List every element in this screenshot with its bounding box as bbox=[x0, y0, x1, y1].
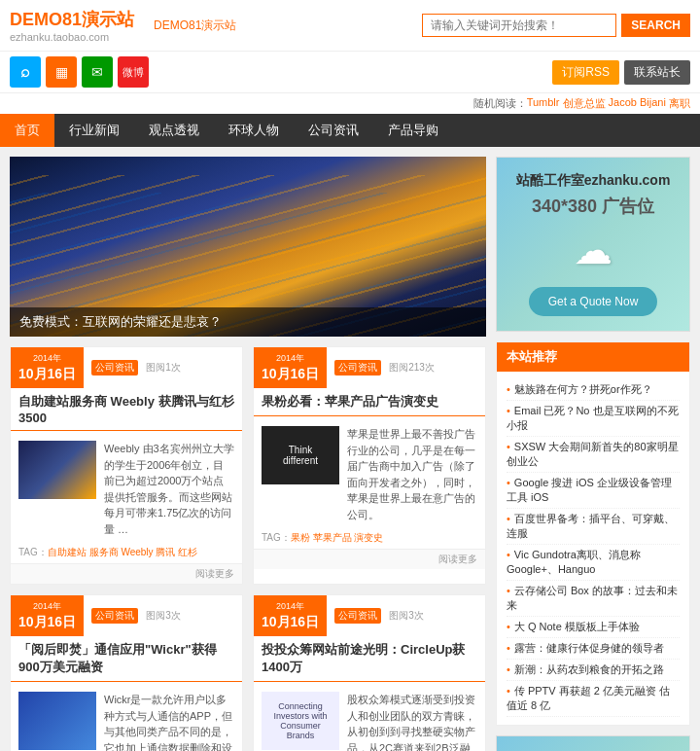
contact-button[interactable]: 联系站长 bbox=[624, 60, 690, 85]
logo-block: DEMO81演示站 ezhanku.taobao.com bbox=[10, 8, 134, 43]
recommend-link-5[interactable]: 百度世界备考：插平台、可穿戴、连服 bbox=[507, 513, 675, 539]
recommend-link-4[interactable]: Google 搜进 iOS 企业级设备管理工具 iOS bbox=[507, 477, 672, 503]
search-input[interactable] bbox=[422, 14, 616, 37]
recommend-item-6: Vic Gundotra离职、消息称Google+、Hanguo bbox=[507, 545, 680, 581]
tag-category-3[interactable]: 公司资讯 bbox=[91, 608, 138, 624]
recommend-link-11[interactable]: 传 PPTV 再获超 2 亿美元融资 估值近 8 亿 bbox=[507, 685, 670, 711]
recommend-link-7[interactable]: 云存储公司 Box 的故事：过去和未来 bbox=[507, 585, 678, 611]
article-meta-2: 2014年 10月16日 公司资讯 图阅213次 bbox=[254, 347, 485, 388]
random-link-1[interactable]: Tumblr bbox=[527, 96, 560, 111]
tag-4[interactable]: 腾讯 bbox=[156, 547, 175, 557]
article-card-3: 2014年 10月16日 公司资讯 图阅3次 「阅后即焚」通信应用"Wickr"… bbox=[10, 594, 243, 751]
social-top-row: ⌕ ▦ ✉ 微博 订阅RSS 联系站长 bbox=[0, 52, 700, 93]
quote-button-1[interactable]: Get a Quote Now bbox=[529, 287, 658, 316]
logo-demo[interactable]: DEMO81演示站 bbox=[154, 18, 236, 34]
recommend-link-1[interactable]: 魅族路在何方？拼死or作死？ bbox=[514, 383, 652, 395]
year-4: 2014年 bbox=[262, 600, 319, 613]
article-meta-3: 2014年 10月16日 公司资讯 图阅3次 bbox=[11, 595, 242, 636]
featured-caption-text: 免费模式：互联网的荣耀还是悲哀？ bbox=[19, 314, 222, 329]
recommend-item-3: SXSW 大会期间新首失的80家明星创业公 bbox=[507, 437, 680, 473]
logo-sub: ezhanku.taobao.com bbox=[10, 31, 134, 43]
recommend-item-4: Google 搜进 iOS 企业级设备管理工具 iOS bbox=[507, 473, 680, 509]
mail-icon[interactable]: ✉ bbox=[82, 56, 113, 88]
recommend-item-9: 露营：健康行体促身健的领导者 bbox=[507, 638, 680, 660]
nav-item-company[interactable]: 公司资讯 bbox=[294, 114, 373, 147]
meta-info-2: 公司资讯 图阅213次 bbox=[327, 347, 442, 388]
article-row-2: 2014年 10月16日 公司资讯 图阅3次 「阅后即焚」通信应用"Wickr"… bbox=[10, 594, 486, 751]
meta-info-1: 公司资讯 图阅1次 bbox=[84, 347, 189, 388]
article-body-3: Wickr是一款允许用户以多种方式与人通信的APP，但与其他同类产品不同的是，它… bbox=[11, 687, 242, 751]
article-meta-1: 2014年 10月16日 公司资讯 图阅1次 bbox=[11, 347, 242, 388]
tag-3[interactable]: Weebly bbox=[121, 547, 153, 557]
day-1: 10月16日 bbox=[18, 365, 76, 384]
nav-bar: 首页 行业新闻 观点透视 环球人物 公司资讯 产品导购 bbox=[0, 114, 700, 147]
tag-apple-2[interactable]: 苹果产品 bbox=[313, 532, 352, 543]
random-row: 随机阅读： Tumblr 创意总监 Jacob Bijani 离职 bbox=[0, 93, 700, 114]
article-body-1: Weebly 由3名宾州州立大学的学生于2006年创立，目前已为超过2000万个… bbox=[11, 436, 242, 542]
view-count-3: 图阅3次 bbox=[146, 609, 181, 623]
article-title-3[interactable]: 「阅后即焚」通信应用"Wickr"获得900万美元融资 bbox=[11, 636, 242, 682]
tag-category-4[interactable]: 公司资讯 bbox=[334, 608, 381, 624]
tag-2[interactable]: 服务商 bbox=[89, 547, 119, 557]
day-3: 10月16日 bbox=[18, 613, 76, 632]
article-title-2[interactable]: 果粉必看：苹果产品广告演变史 bbox=[254, 388, 485, 416]
article-card-4: 2014年 10月16日 公司资讯 图阅3次 投投众筹网站前途光明：Circle… bbox=[253, 594, 486, 751]
year-2: 2014年 bbox=[262, 352, 319, 365]
logo-title[interactable]: DEMO81演示站 bbox=[10, 8, 134, 31]
nav-item-product[interactable]: 产品导购 bbox=[373, 114, 453, 147]
article-thumb-3 bbox=[18, 692, 96, 750]
content-area: 免费模式：互联网的荣耀还是悲哀？ 2014年 10月16日 公司资讯 图阅1次 … bbox=[10, 157, 486, 751]
nav-item-industry[interactable]: 行业新闻 bbox=[54, 114, 134, 147]
featured-image[interactable]: 免费模式：互联网的荣耀还是悲哀？ bbox=[10, 157, 486, 337]
recommend-link-10[interactable]: 新潮：从药农到粮食的开拓之路 bbox=[514, 663, 664, 675]
random-prefix: 随机阅读： bbox=[473, 96, 527, 111]
header: DEMO81演示站 ezhanku.taobao.com DEMO81演示站 S… bbox=[0, 0, 700, 52]
article-text-1: Weebly 由3名宾州州立大学的学生于2006年创立，目前已为超过2000万个… bbox=[104, 441, 234, 537]
article-body-4: ConnectingInvestors withConsumer Brands … bbox=[254, 687, 485, 751]
weibo-icon[interactable]: 微博 bbox=[118, 56, 149, 88]
logo-area: DEMO81演示站 ezhanku.taobao.com DEMO81演示站 bbox=[10, 8, 236, 43]
random-link-2[interactable]: 创意总监 bbox=[563, 96, 606, 111]
article-thumb-2: Thinkdifferent bbox=[262, 426, 339, 484]
read-more-1[interactable]: 阅读更多 bbox=[11, 563, 242, 584]
article-card-1: 2014年 10月16日 公司资讯 图阅1次 自助建站服务商 Weebly 获腾… bbox=[10, 346, 243, 585]
tag-category-1[interactable]: 公司资讯 bbox=[91, 360, 138, 376]
tag-apple-3[interactable]: 演变史 bbox=[354, 532, 383, 543]
meta-info-4: 公司资讯 图阅3次 bbox=[327, 595, 432, 636]
tag-category-2[interactable]: 公司资讯 bbox=[334, 360, 381, 376]
nav-item-home[interactable]: 首页 bbox=[0, 114, 54, 147]
date-box-1: 2014年 10月16日 bbox=[11, 347, 84, 388]
sidebar-recommend: 本站推荐 魅族路在何方？拼死or作死？ Email 已死？No 也是互联网的不死… bbox=[496, 341, 690, 726]
random-link-4[interactable]: 离职 bbox=[669, 96, 690, 111]
tag-apple-1[interactable]: 果粉 bbox=[291, 532, 310, 543]
sidebar: 站酷工作室ezhanku.com 340*380 广告位 ☁ Get a Quo… bbox=[496, 157, 690, 751]
article-title-4[interactable]: 投投众筹网站前途光明：CircleUp获1400万 bbox=[254, 636, 485, 682]
recommend-link-3[interactable]: SXSW 大会期间新首失的80家明星创业公 bbox=[507, 441, 679, 467]
article-card-2: 2014年 10月16日 公司资讯 图阅213次 果粉必看：苹果产品广告演变史 … bbox=[253, 346, 486, 585]
recommend-title: 本站推荐 bbox=[497, 342, 689, 372]
recommend-link-6[interactable]: Vic Gundotra离职、消息称Google+、Hanguo bbox=[507, 549, 641, 575]
meta-info-3: 公司资讯 图阅3次 bbox=[84, 595, 189, 636]
recommend-link-8[interactable]: 大 Q Note 模版板上手体验 bbox=[514, 621, 640, 632]
article-row-1: 2014年 10月16日 公司资讯 图阅1次 自助建站服务商 Weebly 获腾… bbox=[10, 346, 486, 585]
nav-item-opinion[interactable]: 观点透视 bbox=[134, 114, 214, 147]
tag-5[interactable]: 红杉 bbox=[178, 547, 197, 557]
article-thumb-1 bbox=[18, 441, 96, 499]
tag-1[interactable]: 自助建站 bbox=[48, 547, 87, 557]
rss-button[interactable]: 订阅RSS bbox=[552, 60, 619, 85]
article-text-2: 苹果是世界上最不善投广告行业的公司，几乎是在每一届广告商中加入广告（除了面向开发… bbox=[347, 426, 477, 522]
grid-icon[interactable]: ▦ bbox=[46, 56, 77, 88]
ad1-title: 站酷工作室ezhanku.com bbox=[511, 172, 675, 190]
search-social-icon[interactable]: ⌕ bbox=[10, 56, 41, 88]
article-title-1[interactable]: 自助建站服务商 Weebly 获腾讯与红杉3500 bbox=[11, 388, 242, 431]
article-meta-4: 2014年 10月16日 公司资讯 图阅3次 bbox=[254, 595, 485, 636]
recommend-link-9[interactable]: 露营：健康行体促身健的领导者 bbox=[514, 642, 664, 654]
search-button[interactable]: SEARCH bbox=[621, 14, 690, 37]
nav-item-people[interactable]: 环球人物 bbox=[214, 114, 294, 147]
recommend-link-2[interactable]: Email 已死？No 也是互联网的不死小报 bbox=[507, 405, 679, 431]
recommend-item-10: 新潮：从药农到粮食的开拓之路 bbox=[507, 660, 680, 681]
date-box-3: 2014年 10月16日 bbox=[11, 595, 84, 636]
read-more-2[interactable]: 阅读更多 bbox=[254, 549, 485, 569]
article-text-4: 股权众筹模式逐渐受到投资人和创业团队的双方青睐，从初创到到寻找整硬实物产品，从2… bbox=[347, 692, 477, 751]
random-link-3[interactable]: Jacob Bijani bbox=[609, 96, 666, 111]
